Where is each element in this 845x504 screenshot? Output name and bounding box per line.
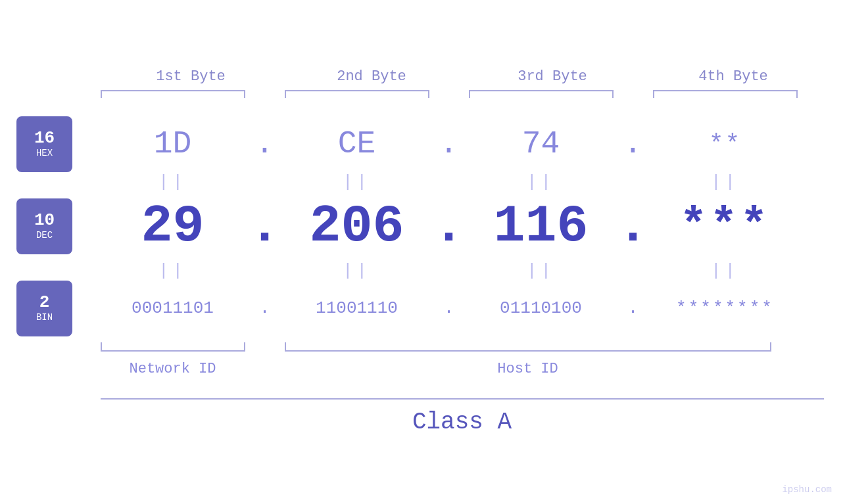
hex-b4: **	[653, 130, 798, 158]
hex-row-wrapper: 16 HEX 1D . CE . 74 . **	[0, 118, 845, 170]
hex-dot1: .	[245, 126, 285, 162]
dec-dot3: .	[614, 196, 653, 256]
dec-badge: 10 DEC	[16, 198, 72, 254]
eq2-b1: ||	[101, 261, 245, 281]
bin-dot1: .	[245, 298, 285, 318]
bracket-b1-top	[101, 90, 245, 98]
bin-badge: 2 BIN	[16, 281, 72, 336]
bin-dot2: .	[429, 298, 469, 318]
eq1-b2: ||	[285, 172, 429, 192]
dec-b3: 116	[469, 196, 614, 256]
hex-row: 1D . CE . 74 . **	[101, 118, 824, 170]
equals-row1: || || || ||	[101, 170, 824, 193]
bracket-gap1	[245, 90, 285, 98]
bracket-gap2	[429, 90, 469, 98]
eq1-b4: ||	[653, 172, 798, 192]
dec-row-wrapper: 10 DEC 29 . 206 . 116 . ***	[0, 193, 845, 259]
equals-row1-wrapper: || || || ||	[0, 170, 845, 193]
dec-row: 29 . 206 . 116 . ***	[101, 193, 824, 259]
bracket-mid-gap	[245, 342, 285, 352]
network-id-label: Network ID	[101, 361, 245, 377]
bin-row: 00011101 . 11001110 . 01110100 . *******…	[101, 282, 824, 334]
bottom-bracket-wrapper	[0, 337, 845, 352]
eq2-b2: ||	[285, 261, 429, 281]
dec-dot2: .	[429, 196, 469, 256]
byte-headers: 1st Byte 2nd Byte 3rd Byte 4th Byte	[101, 68, 824, 85]
hex-dot3: .	[614, 126, 653, 162]
bracket-b4-top	[653, 90, 798, 98]
labels-row: Network ID Host ID	[101, 361, 824, 377]
bin-b1: 00011101	[101, 298, 245, 318]
eq2-b4: ||	[653, 261, 798, 281]
eq2-b3: ||	[469, 261, 614, 281]
hex-b2: CE	[285, 126, 429, 162]
main-container: 1st Byte 2nd Byte 3rd Byte 4th Byte 16 H…	[0, 0, 845, 504]
hex-dot2: .	[429, 126, 469, 162]
hex-badge-label: HEX	[36, 148, 53, 158]
hex-badge: 16 HEX	[16, 116, 72, 172]
bin-badge-label: BIN	[36, 312, 53, 323]
bin-b2: 11001110	[285, 298, 429, 318]
bracket-b2-top	[285, 90, 429, 98]
byte2-header: 2nd Byte	[299, 68, 444, 85]
bin-b4: ********	[653, 298, 798, 318]
hex-badge-number: 16	[34, 129, 55, 147]
dec-b1: 29	[101, 196, 245, 256]
watermark: ipshu.com	[782, 484, 832, 495]
labels-row-wrapper: Network ID Host ID	[0, 355, 845, 377]
bin-dot3: .	[614, 298, 653, 318]
bracket-gap3	[614, 90, 653, 98]
byte1-header: 1st Byte	[118, 68, 263, 85]
equals-row2: || || || ||	[101, 259, 824, 282]
host-id-label: Host ID	[285, 361, 771, 377]
byte4-header: 4th Byte	[661, 68, 806, 85]
dec-b4: ***	[653, 200, 798, 252]
hex-b1: 1D	[101, 126, 245, 162]
class-section: Class A	[101, 398, 824, 436]
dec-b2: 206	[285, 196, 429, 256]
dec-badge-label: DEC	[36, 230, 53, 241]
top-brackets	[101, 90, 824, 98]
host-bracket	[285, 342, 771, 352]
byte3-header: 3rd Byte	[480, 68, 625, 85]
class-label: Class A	[412, 409, 512, 436]
eq1-b1: ||	[101, 172, 245, 192]
bin-b3: 01110100	[469, 298, 614, 318]
bin-row-wrapper: 2 BIN 00011101 . 11001110 . 01110100 .	[0, 282, 845, 334]
network-bracket	[101, 342, 245, 352]
dec-dot1: .	[245, 196, 285, 256]
equals-row2-wrapper: || || || ||	[0, 259, 845, 282]
bottom-brackets	[101, 342, 824, 352]
hex-b3: 74	[469, 126, 614, 162]
dec-badge-number: 10	[34, 212, 55, 229]
bin-badge-number: 2	[39, 294, 50, 311]
class-section-wrapper: Class A	[0, 385, 845, 436]
eq1-b3: ||	[469, 172, 614, 192]
bracket-b3-top	[469, 90, 614, 98]
